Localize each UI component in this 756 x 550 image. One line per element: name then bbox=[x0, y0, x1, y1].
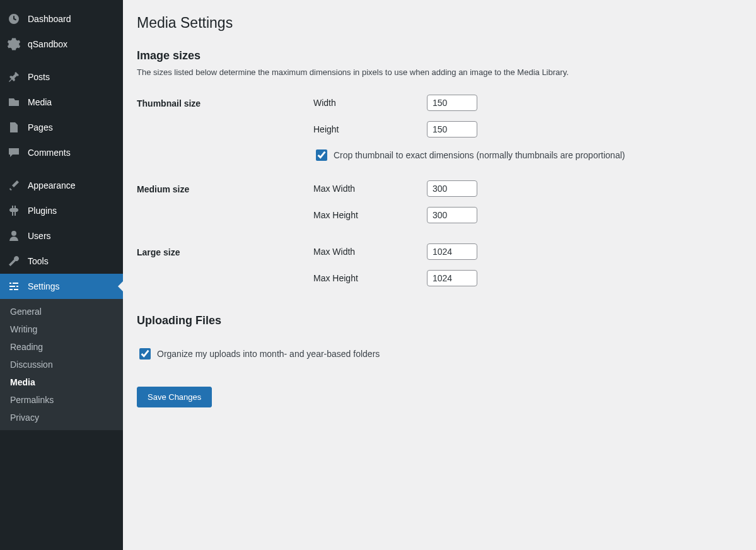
thumbnail-height-input[interactable] bbox=[427, 121, 477, 138]
medium-maxh-label: Max Height bbox=[313, 210, 427, 220]
sidebar-item-media[interactable]: Media bbox=[0, 90, 123, 115]
sidebar-item-label: Posts bbox=[28, 72, 50, 82]
sidebar-item-qsandbox[interactable]: qSandbox bbox=[0, 32, 123, 57]
wrench-icon bbox=[8, 255, 20, 267]
media-icon bbox=[8, 96, 20, 108]
sidebar-item-label: Settings bbox=[28, 281, 60, 291]
large-maxw-label: Max Width bbox=[313, 247, 427, 257]
section-image-sizes-heading: Image sizes bbox=[137, 49, 742, 62]
sidebar-item-tools[interactable]: Tools bbox=[0, 249, 123, 274]
user-icon bbox=[8, 230, 20, 242]
organize-uploads-label: Organize my uploads into month- and year… bbox=[157, 349, 380, 359]
submenu-item-reading[interactable]: Reading bbox=[0, 338, 123, 356]
section-uploading-heading: Uploading Files bbox=[137, 314, 742, 327]
settings-submenu: General Writing Reading Discussion Media… bbox=[0, 299, 123, 430]
sidebar-item-label: qSandbox bbox=[28, 39, 67, 49]
submenu-item-writing[interactable]: Writing bbox=[0, 320, 123, 338]
sidebar-item-pages[interactable]: Pages bbox=[0, 115, 123, 140]
sidebar-item-dashboard[interactable]: Dashboard bbox=[0, 6, 123, 32]
sidebar-item-label: Pages bbox=[28, 122, 53, 132]
gear-icon bbox=[8, 38, 20, 50]
large-maxh-label: Max Height bbox=[313, 273, 427, 283]
medium-maxw-input[interactable] bbox=[427, 180, 477, 197]
sidebar-item-appearance[interactable]: Appearance bbox=[0, 173, 123, 198]
submenu-item-media[interactable]: Media bbox=[0, 373, 123, 391]
page-title: Media Settings bbox=[137, 14, 742, 33]
save-changes-button[interactable]: Save Changes bbox=[137, 387, 212, 407]
admin-sidebar: Dashboard qSandbox Posts Media Pages Com… bbox=[0, 0, 123, 550]
comment-icon bbox=[8, 146, 20, 159]
submenu-item-permalinks[interactable]: Permalinks bbox=[0, 391, 123, 409]
submenu-item-privacy[interactable]: Privacy bbox=[0, 409, 123, 426]
sidebar-item-label: Tools bbox=[28, 256, 49, 266]
sidebar-item-label: Media bbox=[28, 97, 52, 107]
plugin-icon bbox=[8, 204, 20, 217]
sidebar-item-comments[interactable]: Comments bbox=[0, 140, 123, 165]
medium-maxw-label: Max Width bbox=[313, 184, 427, 194]
large-maxh-input[interactable] bbox=[427, 270, 477, 286]
sidebar-item-label: Appearance bbox=[28, 180, 76, 190]
submenu-item-general[interactable]: General bbox=[0, 303, 123, 320]
sidebar-item-settings[interactable]: Settings bbox=[0, 274, 123, 299]
thumbnail-crop-label: Crop thumbnail to exact dimensions (norm… bbox=[334, 150, 625, 160]
sidebar-item-users[interactable]: Users bbox=[0, 223, 123, 249]
thumbnail-width-input[interactable] bbox=[427, 95, 477, 111]
sidebar-item-label: Dashboard bbox=[28, 14, 71, 24]
content: Media Settings Image sizes The sizes lis… bbox=[123, 0, 756, 550]
medium-maxh-input[interactable] bbox=[427, 207, 477, 223]
sidebar-item-label: Plugins bbox=[28, 206, 57, 216]
page-icon bbox=[8, 121, 20, 134]
organize-uploads-row[interactable]: Organize my uploads into month- and year… bbox=[137, 346, 742, 361]
thumbnail-width-label: Width bbox=[313, 98, 427, 108]
submenu-item-discussion[interactable]: Discussion bbox=[0, 356, 123, 373]
pin-icon bbox=[8, 71, 20, 83]
medium-size-heading: Medium size bbox=[137, 172, 307, 235]
sidebar-item-label: Users bbox=[28, 231, 51, 241]
brush-icon bbox=[8, 179, 20, 192]
sidebar-item-plugins[interactable]: Plugins bbox=[0, 198, 123, 223]
section-image-sizes-desc: The sizes listed below determine the max… bbox=[137, 67, 742, 77]
sidebar-item-label: Comments bbox=[28, 148, 71, 158]
thumbnail-size-heading: Thumbnail size bbox=[137, 86, 307, 172]
image-sizes-table: Thumbnail size Width Height Crop thumbna… bbox=[137, 86, 742, 298]
thumbnail-crop-row[interactable]: Crop thumbnail to exact dimensions (norm… bbox=[313, 148, 736, 163]
organize-uploads-checkbox[interactable] bbox=[139, 348, 151, 360]
sidebar-item-posts[interactable]: Posts bbox=[0, 64, 123, 90]
sliders-icon bbox=[8, 280, 20, 293]
dashboard-icon bbox=[8, 13, 20, 25]
thumbnail-height-label: Height bbox=[313, 124, 427, 134]
large-size-heading: Large size bbox=[137, 235, 307, 298]
large-maxw-input[interactable] bbox=[427, 243, 477, 260]
thumbnail-crop-checkbox[interactable] bbox=[316, 149, 327, 161]
